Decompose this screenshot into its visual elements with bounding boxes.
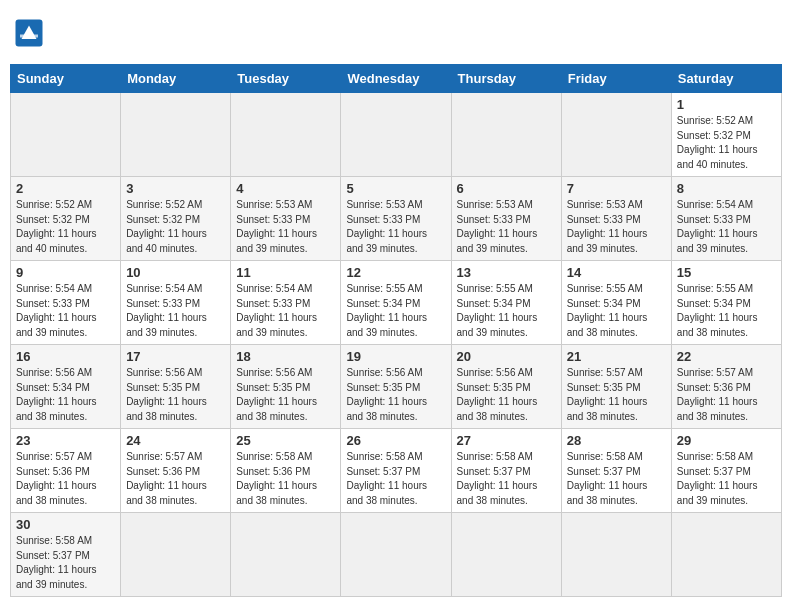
day-info: Sunrise: 5:58 AMSunset: 5:37 PMDaylight:… (677, 450, 776, 508)
calendar-cell: 8Sunrise: 5:54 AMSunset: 5:33 PMDaylight… (671, 177, 781, 261)
calendar-cell: 11Sunrise: 5:54 AMSunset: 5:33 PMDayligh… (231, 261, 341, 345)
calendar-cell: 23Sunrise: 5:57 AMSunset: 5:36 PMDayligh… (11, 429, 121, 513)
day-header-saturday: Saturday (671, 65, 781, 93)
logo-icon (14, 18, 44, 48)
calendar-cell: 30Sunrise: 5:58 AMSunset: 5:37 PMDayligh… (11, 513, 121, 597)
day-info: Sunrise: 5:56 AMSunset: 5:35 PMDaylight:… (236, 366, 335, 424)
day-number: 4 (236, 181, 335, 196)
day-info: Sunrise: 5:58 AMSunset: 5:37 PMDaylight:… (567, 450, 666, 508)
day-number: 1 (677, 97, 776, 112)
day-info: Sunrise: 5:52 AMSunset: 5:32 PMDaylight:… (126, 198, 225, 256)
calendar-table: SundayMondayTuesdayWednesdayThursdayFrid… (10, 64, 782, 597)
calendar-cell: 3Sunrise: 5:52 AMSunset: 5:32 PMDaylight… (121, 177, 231, 261)
day-number: 7 (567, 181, 666, 196)
calendar-cell: 20Sunrise: 5:56 AMSunset: 5:35 PMDayligh… (451, 345, 561, 429)
day-number: 24 (126, 433, 225, 448)
day-info: Sunrise: 5:55 AMSunset: 5:34 PMDaylight:… (346, 282, 445, 340)
day-info: Sunrise: 5:56 AMSunset: 5:34 PMDaylight:… (16, 366, 115, 424)
day-info: Sunrise: 5:58 AMSunset: 5:37 PMDaylight:… (346, 450, 445, 508)
day-header-wednesday: Wednesday (341, 65, 451, 93)
calendar-cell (671, 513, 781, 597)
calendar-cell (11, 93, 121, 177)
calendar-cell: 1Sunrise: 5:52 AMSunset: 5:32 PMDaylight… (671, 93, 781, 177)
calendar-cell: 10Sunrise: 5:54 AMSunset: 5:33 PMDayligh… (121, 261, 231, 345)
day-info: Sunrise: 5:58 AMSunset: 5:36 PMDaylight:… (236, 450, 335, 508)
calendar-cell (341, 513, 451, 597)
day-header-tuesday: Tuesday (231, 65, 341, 93)
day-number: 13 (457, 265, 556, 280)
day-number: 9 (16, 265, 115, 280)
calendar-cell: 28Sunrise: 5:58 AMSunset: 5:37 PMDayligh… (561, 429, 671, 513)
calendar-cell: 15Sunrise: 5:55 AMSunset: 5:34 PMDayligh… (671, 261, 781, 345)
svg-rect-2 (20, 35, 38, 38)
day-info: Sunrise: 5:53 AMSunset: 5:33 PMDaylight:… (236, 198, 335, 256)
day-number: 26 (346, 433, 445, 448)
day-info: Sunrise: 5:53 AMSunset: 5:33 PMDaylight:… (346, 198, 445, 256)
day-number: 27 (457, 433, 556, 448)
day-number: 28 (567, 433, 666, 448)
day-number: 10 (126, 265, 225, 280)
day-info: Sunrise: 5:52 AMSunset: 5:32 PMDaylight:… (16, 198, 115, 256)
day-number: 11 (236, 265, 335, 280)
day-number: 17 (126, 349, 225, 364)
day-info: Sunrise: 5:54 AMSunset: 5:33 PMDaylight:… (677, 198, 776, 256)
calendar-cell: 5Sunrise: 5:53 AMSunset: 5:33 PMDaylight… (341, 177, 451, 261)
day-info: Sunrise: 5:55 AMSunset: 5:34 PMDaylight:… (457, 282, 556, 340)
calendar-cell: 13Sunrise: 5:55 AMSunset: 5:34 PMDayligh… (451, 261, 561, 345)
calendar-cell: 2Sunrise: 5:52 AMSunset: 5:32 PMDaylight… (11, 177, 121, 261)
calendar-cell (231, 93, 341, 177)
day-number: 15 (677, 265, 776, 280)
calendar-cell: 4Sunrise: 5:53 AMSunset: 5:33 PMDaylight… (231, 177, 341, 261)
day-info: Sunrise: 5:54 AMSunset: 5:33 PMDaylight:… (16, 282, 115, 340)
day-number: 30 (16, 517, 115, 532)
calendar-cell: 21Sunrise: 5:57 AMSunset: 5:35 PMDayligh… (561, 345, 671, 429)
day-info: Sunrise: 5:56 AMSunset: 5:35 PMDaylight:… (126, 366, 225, 424)
day-info: Sunrise: 5:57 AMSunset: 5:35 PMDaylight:… (567, 366, 666, 424)
calendar-cell (121, 93, 231, 177)
calendar-cell: 24Sunrise: 5:57 AMSunset: 5:36 PMDayligh… (121, 429, 231, 513)
day-info: Sunrise: 5:54 AMSunset: 5:33 PMDaylight:… (126, 282, 225, 340)
day-number: 25 (236, 433, 335, 448)
calendar-cell: 7Sunrise: 5:53 AMSunset: 5:33 PMDaylight… (561, 177, 671, 261)
calendar-cell: 16Sunrise: 5:56 AMSunset: 5:34 PMDayligh… (11, 345, 121, 429)
day-header-sunday: Sunday (11, 65, 121, 93)
day-number: 18 (236, 349, 335, 364)
day-number: 14 (567, 265, 666, 280)
day-info: Sunrise: 5:58 AMSunset: 5:37 PMDaylight:… (457, 450, 556, 508)
day-number: 22 (677, 349, 776, 364)
day-number: 2 (16, 181, 115, 196)
calendar-cell: 27Sunrise: 5:58 AMSunset: 5:37 PMDayligh… (451, 429, 561, 513)
day-info: Sunrise: 5:57 AMSunset: 5:36 PMDaylight:… (677, 366, 776, 424)
day-info: Sunrise: 5:56 AMSunset: 5:35 PMDaylight:… (457, 366, 556, 424)
day-info: Sunrise: 5:58 AMSunset: 5:37 PMDaylight:… (16, 534, 115, 592)
day-number: 21 (567, 349, 666, 364)
calendar-cell: 22Sunrise: 5:57 AMSunset: 5:36 PMDayligh… (671, 345, 781, 429)
day-info: Sunrise: 5:53 AMSunset: 5:33 PMDaylight:… (567, 198, 666, 256)
day-info: Sunrise: 5:52 AMSunset: 5:32 PMDaylight:… (677, 114, 776, 172)
day-info: Sunrise: 5:54 AMSunset: 5:33 PMDaylight:… (236, 282, 335, 340)
day-number: 5 (346, 181, 445, 196)
day-header-thursday: Thursday (451, 65, 561, 93)
day-header-monday: Monday (121, 65, 231, 93)
day-number: 3 (126, 181, 225, 196)
day-number: 20 (457, 349, 556, 364)
calendar-cell (561, 93, 671, 177)
calendar-cell (451, 513, 561, 597)
calendar-cell: 9Sunrise: 5:54 AMSunset: 5:33 PMDaylight… (11, 261, 121, 345)
day-info: Sunrise: 5:53 AMSunset: 5:33 PMDaylight:… (457, 198, 556, 256)
calendar-cell (341, 93, 451, 177)
calendar-cell: 12Sunrise: 5:55 AMSunset: 5:34 PMDayligh… (341, 261, 451, 345)
calendar-cell: 6Sunrise: 5:53 AMSunset: 5:33 PMDaylight… (451, 177, 561, 261)
calendar-cell: 25Sunrise: 5:58 AMSunset: 5:36 PMDayligh… (231, 429, 341, 513)
calendar-cell (561, 513, 671, 597)
calendar-cell: 14Sunrise: 5:55 AMSunset: 5:34 PMDayligh… (561, 261, 671, 345)
day-number: 8 (677, 181, 776, 196)
calendar-cell: 26Sunrise: 5:58 AMSunset: 5:37 PMDayligh… (341, 429, 451, 513)
calendar-cell: 29Sunrise: 5:58 AMSunset: 5:37 PMDayligh… (671, 429, 781, 513)
page-header (10, 10, 782, 56)
calendar-cell (451, 93, 561, 177)
day-number: 29 (677, 433, 776, 448)
day-info: Sunrise: 5:55 AMSunset: 5:34 PMDaylight:… (677, 282, 776, 340)
calendar-cell: 18Sunrise: 5:56 AMSunset: 5:35 PMDayligh… (231, 345, 341, 429)
calendar-cell (121, 513, 231, 597)
